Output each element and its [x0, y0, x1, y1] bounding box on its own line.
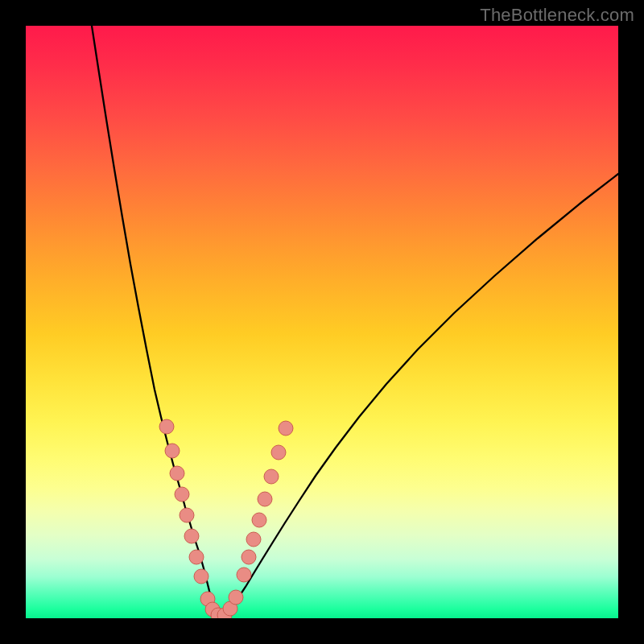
marker-point [237, 568, 251, 582]
marker-point [189, 550, 204, 564]
chart-frame: TheBottleneck.com [0, 0, 644, 644]
chart-svg [26, 26, 618, 618]
marker-point [264, 469, 279, 484]
marker-point [194, 569, 208, 584]
marker-point [271, 445, 286, 460]
curve-right-curve [219, 174, 618, 617]
marker-point [279, 421, 293, 436]
marker-point [170, 466, 184, 481]
marker-point [175, 487, 189, 502]
curve-left-curve [92, 26, 219, 617]
marker-point [159, 419, 174, 434]
marker-point [184, 529, 199, 543]
plot-area [26, 26, 618, 618]
watermark-text: TheBottleneck.com [480, 5, 634, 26]
marker-point [252, 513, 266, 527]
marker-point [229, 590, 243, 605]
data-markers [159, 419, 293, 618]
marker-point [246, 532, 261, 547]
marker-point [258, 492, 272, 506]
marker-point [180, 508, 194, 522]
marker-point [165, 444, 180, 458]
marker-point [242, 550, 256, 564]
bottleneck-curve [92, 26, 618, 617]
